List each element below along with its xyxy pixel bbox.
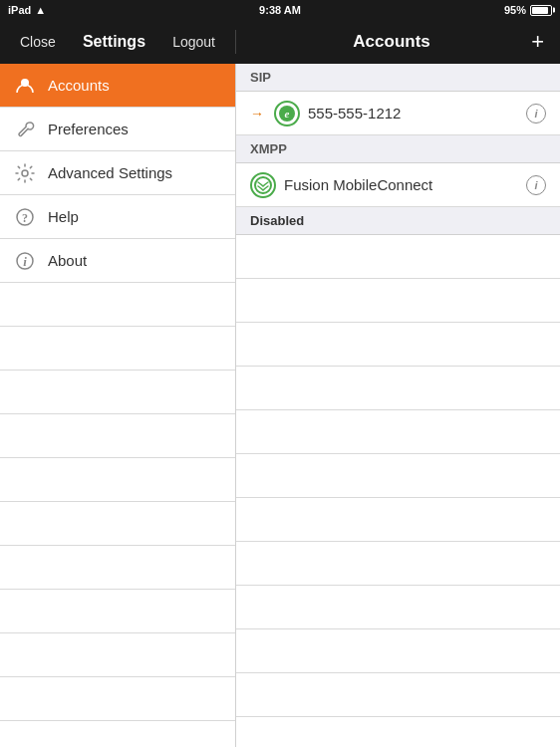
status-left: iPad ▲ [8,4,46,16]
sidebar-empty-row [0,721,235,747]
sidebar-empty-row [0,371,235,414]
sidebar-help-label: Help [48,208,79,225]
preferences-icon [14,119,36,140]
sip-account-name: 555-555-1212 [308,105,518,122]
accounts-nav-title: Accounts [252,32,531,52]
svg-text:e: e [285,108,290,120]
disabled-label: Disabled [250,213,304,228]
status-right: 95% [504,4,552,16]
sidebar-item-advanced[interactable]: Advanced Settings [0,151,235,195]
accounts-icon [14,75,36,97]
empty-row [236,323,560,367]
sidebar-empty-row [0,458,235,502]
xmpp-info-button[interactable]: i [526,175,546,195]
empty-row [236,542,560,586]
svg-point-1 [22,170,28,176]
xmpp-account-icon [250,172,276,198]
sidebar-empty-row [0,283,235,327]
empty-row [236,629,560,673]
sip-account-row[interactable]: → e 555-555-1212 i [236,92,560,135]
empty-row [236,235,560,279]
sip-section-header: SIP [236,64,560,92]
sidebar-accounts-label: Accounts [48,77,110,94]
battery-label: 95% [504,4,526,16]
sip-info-button[interactable]: i [526,104,546,124]
sidebar-empty-row [0,327,235,371]
xmpp-account-name: Fusion MobileConnect [284,176,518,193]
empty-row [236,410,560,454]
nav-left: Close Settings Logout [0,30,236,54]
sip-header-label: SIP [250,70,271,85]
help-icon: ? [14,206,36,228]
svg-text:i: i [23,254,27,269]
xmpp-header-label: XMPP [250,141,287,156]
sidebar-empty-row [0,414,235,458]
empty-row [236,673,560,717]
sidebar-item-about[interactable]: i About [0,239,235,283]
sidebar-empty-row [0,677,235,721]
xmpp-account-row[interactable]: Fusion MobileConnect i [236,163,560,207]
main-container: Accounts Preferences Advanced Settings [0,64,560,747]
active-arrow-icon: → [250,106,264,122]
sidebar-empty-row [0,502,235,546]
carrier-label: iPad [8,4,31,16]
nav-right: Accounts + [236,31,560,53]
sidebar-advanced-label: Advanced Settings [48,164,172,181]
advanced-icon [14,162,36,184]
empty-row [236,367,560,410]
sidebar-about-label: About [48,252,87,269]
sip-account-icon: e [274,101,300,126]
wifi-icon: ▲ [35,4,46,16]
add-account-button[interactable]: + [531,31,544,53]
sidebar-preferences-label: Preferences [48,121,129,137]
logout-button[interactable]: Logout [164,30,223,54]
empty-row [236,454,560,498]
empty-row [236,498,560,542]
disabled-section-header: Disabled [236,207,560,235]
sidebar-item-help[interactable]: ? Help [0,195,235,239]
sidebar-item-preferences[interactable]: Preferences [0,108,235,151]
xmpp-section-header: XMPP [236,135,560,163]
empty-row [236,717,560,747]
empty-row [236,279,560,323]
status-time: 9:38 AM [259,4,301,16]
sidebar-empty-row [0,633,235,677]
settings-title: Settings [83,33,145,51]
sidebar-empty-row [0,590,235,633]
close-button[interactable]: Close [12,30,64,54]
empty-row [236,586,560,629]
right-panel: SIP → e 555-555-1212 i XMPP [236,64,560,747]
about-icon: i [14,250,36,272]
sidebar-item-accounts[interactable]: Accounts [0,64,235,108]
nav-bar: Close Settings Logout Accounts + [0,20,560,64]
status-bar: iPad ▲ 9:38 AM 95% [0,0,560,20]
battery-icon [530,5,552,16]
sidebar: Accounts Preferences Advanced Settings [0,64,236,747]
svg-text:?: ? [22,211,28,225]
sidebar-empty-row [0,546,235,590]
